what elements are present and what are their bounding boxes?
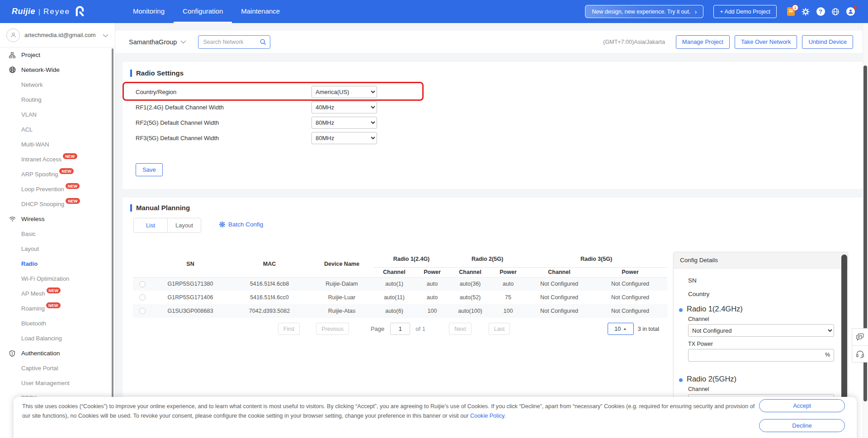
sidebar-scrollbar[interactable] [112,48,113,437]
cell-device-name: Ruijie-Dalam [310,277,373,291]
cell-mac: 7042.d393.5082 [229,304,310,318]
sidebar-item-network[interactable]: Network [0,77,115,92]
sidebar-item-dhcp-snooping[interactable]: DHCP SnoopingNEW [0,197,115,212]
sidebar-item-user-management[interactable]: User Management [0,376,115,391]
sidebar-item-label: Wi-Fi Optimization [21,275,69,282]
sub-header-power: Power [593,267,667,277]
table-row: G1RP5SG1714065416.51f4.6cc0Ruijie-Luarau… [133,291,667,304]
survey-notification-icon[interactable]: 1 [786,7,796,17]
cell-sn: G1RP5SG171380 [152,277,229,291]
top-tab-monitoring[interactable]: Monitoring [124,0,174,23]
next-page-button[interactable]: Next [449,323,472,335]
column-header-device-name: Device Name [310,251,373,277]
sidebar-menu: ProjectNetwork-WideNetworkRoutingVLANACL… [0,47,115,438]
sidebar-item-acl[interactable]: ACL [0,122,115,137]
sub-header-power: Power [415,267,449,277]
sidebar-item-layout[interactable]: Layout [0,241,115,256]
country-region-select[interactable]: America(US) [311,86,377,98]
sidebar-item-radio[interactable]: Radio [0,256,115,271]
manage-project-button[interactable]: Manage Project [676,35,730,49]
cell-r2-power: 75 [491,291,525,304]
tx-power-input[interactable] [688,349,834,362]
sidebar-item-basic[interactable]: Basic [0,226,115,241]
sidebar-item-ap-mesh[interactable]: AP MeshNEW [0,286,115,301]
unbind-device-button[interactable]: Unbind Device [802,35,853,49]
previous-page-button[interactable]: Previous [316,323,349,335]
group-header-radio-2-5g: Radio 2(5G) [449,251,525,267]
help-icon[interactable]: ? [816,7,826,17]
radio-settings-section: Radio Settings Country/RegionAmerica(US)… [123,62,863,189]
group-selector[interactable]: SamanthaGroup [129,38,186,46]
top-navigation-bar: Ruijie | Reyee MonitoringConfigurationMa… [0,0,868,23]
sidebar-item-arp-spoofing[interactable]: ARP SpoofingNEW [0,167,115,182]
support-headset-icon[interactable] [852,345,868,362]
sidebar-item-project[interactable]: Project [0,47,115,62]
settings-gear-icon[interactable] [801,7,811,17]
floating-support-tools [852,328,868,363]
globe-language-icon[interactable] [830,7,840,17]
batch-config-button[interactable]: Batch Config [219,221,263,228]
view-tab-layout[interactable]: Layout [167,218,201,232]
rf1-2-4g-default-channel-width-select[interactable]: 40MHz [311,101,377,113]
account-icon[interactable] [845,7,855,17]
sidebar-item-captive-portal[interactable]: Captive Portal [0,361,115,376]
sidebar-item-load-balancing[interactable]: Load Balancing [0,331,115,346]
wifi-icon [8,215,16,223]
radio1-channel-label: Channel [688,316,709,322]
row-radio-button[interactable] [139,294,146,301]
last-page-button[interactable]: Last [489,323,510,335]
sidebar-item-network-wide[interactable]: Network-Wide [0,62,115,77]
cell-r2-power: auto [491,277,525,291]
sidebar-item-wireless[interactable]: Wireless [0,212,115,226]
sidebar-item-intranet-access[interactable]: Intranet AccessNEW [0,152,115,167]
promo-label: New design, new experience. Try it out. [592,9,690,15]
sidebar-item-wi-fi-optimization[interactable]: Wi-Fi Optimization [0,271,115,286]
main-scrollbar-track[interactable] [863,23,868,438]
page-number-input[interactable] [390,323,410,335]
chevron-right-icon: › [694,8,697,15]
decline-cookies-button[interactable]: Decline [759,419,845,432]
first-page-button[interactable]: First [278,323,300,335]
sidebar-item-roaming[interactable]: RoamingNEW [0,301,115,316]
sidebar-item-bluetooth[interactable]: Bluetooth [0,316,115,331]
sidebar-item-routing[interactable]: Routing [0,92,115,107]
save-button[interactable]: Save [136,163,163,176]
row-radio-button[interactable] [139,308,146,314]
top-tab-configuration[interactable]: Configuration [174,0,232,23]
new-badge: NEW [47,287,61,293]
cookie-policy-link[interactable]: Cookie Policy [470,413,504,419]
search-icon[interactable] [259,38,267,47]
total-count-label: 3 in total [638,326,659,332]
sidebar-item-loop-prevention[interactable]: Loop PreventionNEW [0,182,115,197]
rf3-5g-default-channel-width-select[interactable]: 80MHz [311,132,377,144]
feedback-chat-icon[interactable] [852,329,868,345]
table-row: G1SU3GP0086837042.d393.5082Ruijie-Atasau… [133,304,667,318]
brand-separator: | [38,8,40,15]
add-demo-project-button[interactable]: + Add Demo Project [713,5,777,18]
radio1-channel-select[interactable]: Not Configured [688,324,834,337]
sidebar-item-label: Authentication [21,350,60,357]
row-radio-button[interactable] [139,281,146,287]
take-over-network-button[interactable]: Take Over Network [735,35,797,49]
new-design-promo-button[interactable]: New design, new experience. Try it out. … [585,5,703,18]
top-tab-maintenance[interactable]: Maintenance [232,0,289,23]
sidebar-item-authentication[interactable]: Authentication [0,346,115,361]
reyee-logo-text: Reyee [43,7,70,16]
view-tab-list[interactable]: List [134,218,167,232]
shield-icon [8,350,16,357]
device-planning-table: SNMACDevice NameRadio 1(2.4G)Radio 2(5G)… [133,251,667,318]
account-selector[interactable]: artechmedia.id@gmail.com [0,23,115,47]
sub-header-channel: Channel [449,267,491,277]
sidebar-item-multi-wan[interactable]: Multi-WAN [0,137,115,152]
page-size-select[interactable]: 10 ▲ [608,323,634,335]
sidebar-item-label: Layout [21,245,39,252]
sidebar-item-vlan[interactable]: VLAN [0,107,115,122]
sidebar-item-label: Project [21,52,40,58]
rf2-5g-default-channel-width-select[interactable]: 80MHz [311,117,377,129]
config-panel-scrollbar[interactable] [841,254,847,411]
group-header-radio-1-2-4g: Radio 1(2.4G) [373,251,449,267]
accept-cookies-button[interactable]: Accept [759,399,845,412]
sidebar-item-label: Network [21,81,43,88]
page-size-value: 10 [614,326,621,332]
new-badge: NEW [66,183,80,189]
